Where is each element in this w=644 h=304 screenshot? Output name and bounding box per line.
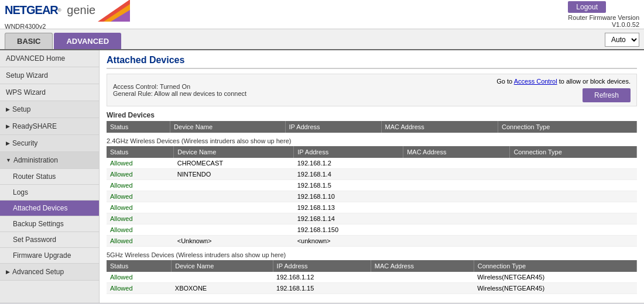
wireless-5-section-title: 5GHz Wireless Devices (Wireless intruder…: [107, 251, 637, 258]
col-conn-wired: Connection Type: [498, 121, 636, 133]
page-title: Attached Devices: [107, 55, 637, 69]
wired-section-title: Wired Devices: [107, 111, 637, 119]
table-row: Allowed192.168.1.13: [107, 202, 637, 213]
table-row: AllowedNINTENDO192.168.1.4: [107, 169, 637, 180]
nav-tabs: BASIC ADVANCED Auto: [0, 29, 644, 50]
table-row: Allowed192.168.1.10: [107, 191, 637, 202]
logo-triangle-decoration: [98, 0, 130, 22]
sidebar-item-wps-wizard[interactable]: WPS Wizard: [0, 84, 99, 101]
wireless-24-table: Status Device Name IP Address MAC Addres…: [107, 146, 637, 247]
col-device-name-24: Device Name: [174, 146, 294, 158]
col-status-5: Status: [107, 260, 172, 272]
logo-genie: genie: [64, 4, 96, 17]
logo: NETGEAR ® genie: [5, 0, 130, 22]
tab-advanced[interactable]: ADVANCED: [54, 33, 121, 49]
model-number: WNDR4300v2: [5, 23, 130, 30]
access-control-text: Go to Access Control to allow or block d…: [496, 78, 631, 85]
col-mac-24: MAC Address: [403, 146, 510, 158]
table-row: Allowed<Unknown><unknown>: [107, 236, 637, 247]
header-right: Logout Router Firmware Version V1.0.0.52: [568, 1, 639, 28]
sidebar-item-administration[interactable]: ▼ Administration: [0, 152, 99, 169]
col-conn-24: Connection Type: [510, 146, 637, 158]
col-ip-5: IP Address: [273, 260, 371, 272]
chevron-right-icon: ▶: [6, 140, 10, 146]
logo-netgear: NETGEAR: [5, 4, 58, 17]
col-device-name-5: Device Name: [172, 260, 273, 272]
col-conn-5: Connection Type: [474, 260, 636, 272]
sidebar: ADVANCED Home Setup Wizard WPS Wizard ▶ …: [0, 50, 100, 303]
chevron-right-icon: ▶: [6, 269, 10, 275]
col-ip-24: IP Address: [294, 146, 403, 158]
access-control-bar: Access Control: Turned On General Rule: …: [107, 74, 637, 106]
chevron-right-icon: ▶: [6, 106, 10, 112]
logout-button[interactable]: Logout: [568, 1, 606, 13]
firmware-version: Router Firmware Version V1.0.0.52: [568, 14, 639, 28]
wireless-5-table: Status Device Name IP Address MAC Addres…: [107, 260, 637, 294]
auto-select[interactable]: Auto: [605, 33, 639, 47]
access-info-line1: Access Control: Turned On: [113, 83, 246, 90]
sidebar-item-set-password[interactable]: Set Password: [0, 232, 99, 248]
header: NETGEAR ® genie WNDR4300v2 Logout Router…: [0, 0, 644, 29]
sidebar-item-attached-devices[interactable]: Attached Devices: [0, 201, 99, 216]
col-mac-5: MAC Address: [371, 260, 474, 272]
col-device-name-wired: Device Name: [170, 121, 285, 133]
wireless-24-section-title: 2.4GHz Wireless Devices (Wireless intrud…: [107, 137, 637, 144]
sidebar-item-advanced-home[interactable]: ADVANCED Home: [0, 50, 99, 67]
tab-basic[interactable]: BASIC: [5, 33, 53, 49]
sidebar-item-logs[interactable]: Logs: [0, 185, 99, 201]
sidebar-item-setup-wizard[interactable]: Setup Wizard: [0, 67, 99, 84]
content-area: Attached Devices Access Control: Turned …: [100, 50, 644, 303]
access-control-right: Go to Access Control to allow or block d…: [496, 78, 631, 102]
access-control-link[interactable]: Access Control: [514, 78, 557, 85]
sidebar-item-security[interactable]: ▶ Security: [0, 135, 99, 152]
access-info: Access Control: Turned On General Rule: …: [113, 83, 246, 97]
chevron-down-icon: ▼: [6, 157, 11, 163]
table-row: Allowed192.168.1.14: [107, 213, 637, 224]
table-row: Allowed192.168.1.150: [107, 224, 637, 236]
logo-trademark: ®: [58, 8, 61, 13]
sidebar-item-backup-settings[interactable]: Backup Settings: [0, 216, 99, 232]
main-layout: ADVANCED Home Setup Wizard WPS Wizard ▶ …: [0, 50, 644, 303]
sidebar-item-advanced-setup[interactable]: ▶ Advanced Setup: [0, 264, 99, 281]
table-row: AllowedCHROMECAST192.168.1.2: [107, 158, 637, 169]
col-status-wired: Status: [107, 121, 170, 133]
col-ip-wired: IP Address: [285, 121, 381, 133]
header-left: NETGEAR ® genie WNDR4300v2: [5, 0, 130, 30]
access-info-line2: General Rule: Allow all new devices to c…: [113, 90, 246, 97]
table-row: Allowed192.168.1.12Wireless(NETGEAR45): [107, 272, 637, 283]
sidebar-item-readyshare[interactable]: ▶ ReadySHARE: [0, 118, 99, 135]
sidebar-item-router-status[interactable]: Router Status: [0, 169, 99, 185]
refresh-button[interactable]: Refresh: [583, 88, 631, 102]
table-row: AllowedXBOXONE192.168.1.15Wireless(NETGE…: [107, 283, 637, 294]
col-mac-wired: MAC Address: [381, 121, 498, 133]
table-row: Allowed192.168.1.5: [107, 180, 637, 191]
sidebar-item-firmware-upgrade[interactable]: Firmware Upgrade: [0, 248, 99, 264]
sidebar-item-setup[interactable]: ▶ Setup: [0, 101, 99, 118]
chevron-right-icon: ▶: [6, 123, 10, 129]
wired-devices-table: Status Device Name IP Address MAC Addres…: [107, 121, 637, 133]
col-status-24: Status: [107, 146, 174, 158]
